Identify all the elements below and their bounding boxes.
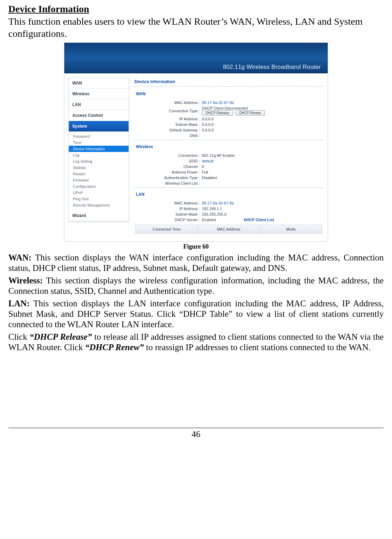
nav-system-sub: Password Time Device Information Log Log… (69, 132, 129, 210)
wl-ant-value: Full (202, 170, 208, 174)
sidebar: WAN Wireless LAN Access Control System P… (68, 78, 129, 222)
dhcp-renew-button[interactable]: DHCP Renew (236, 110, 265, 115)
wl-chan-label: Channel : (134, 164, 202, 169)
wan-gw-label: Default Gateway : (134, 128, 202, 132)
section-wireless: Wireless Connection :802.11g AP Enable S… (134, 143, 324, 188)
sub-time[interactable]: Time (69, 139, 129, 146)
wan-gw-value: 0.0.0.0 (202, 128, 214, 132)
sub-ping-test[interactable]: Ping Test (69, 196, 129, 202)
wan-dns-label: DNS : (134, 134, 202, 138)
wl-conn-label: Connection : (134, 153, 202, 158)
wan-conn-label: Connection Type : (134, 109, 202, 113)
section-wan-title: WAN (135, 90, 324, 98)
wan-mac-label: MAC Address : (134, 100, 202, 105)
wl-chan-value: 6 (202, 164, 204, 169)
lan-paragraph: LAN: This section displays the LAN inter… (8, 298, 384, 330)
nav-wireless[interactable]: Wireless (69, 89, 129, 99)
wan-mask-value: 0.0.0.0 (202, 122, 214, 127)
content-panel: Device Information WAN MAC Address :00-1… (134, 78, 324, 236)
nav-wan[interactable]: WAN (69, 78, 129, 89)
divider (134, 187, 324, 188)
sub-log-setting[interactable]: Log Setting (69, 158, 129, 164)
figure-wrapper: 802.11g Wireless Broadband Router WAN Wi… (8, 42, 384, 250)
wan-ip-label: IP Address : (134, 117, 202, 121)
wan-mask-label: Subnet Mask : (134, 122, 202, 127)
sub-restart[interactable]: Restart (69, 171, 129, 177)
lan-mac-value: 00-17-9a-32-87-9a (202, 201, 234, 205)
sub-device-information[interactable]: Device Information (69, 146, 129, 152)
sub-password[interactable]: Password (69, 133, 129, 139)
sub-log[interactable]: Log (69, 152, 129, 158)
lan-mask-label: Subnet Mask : (134, 212, 202, 216)
wireless-paragraph: Wireless: This section displays the wire… (8, 275, 384, 296)
sub-upnp[interactable]: UPnP (69, 190, 129, 196)
banner: 802.11g Wireless Broadband Router (64, 43, 328, 73)
sub-configuration[interactable]: Configuration (69, 183, 129, 190)
divider (134, 140, 324, 140)
banner-title: 802.11g Wireless Broadband Router (223, 64, 321, 71)
wan-mac-value: 00-17-9a-32-87-9b (202, 100, 234, 105)
wl-auth-value: Disabled (202, 176, 217, 180)
wl-ssid-value: default (202, 159, 213, 163)
lan-mac-label: MAC Address : (134, 201, 202, 205)
router-ui-screenshot: 802.11g Wireless Broadband Router WAN Wi… (64, 42, 328, 242)
col-connected-time: Connected Time (136, 225, 198, 233)
page-number: 46 (0, 429, 392, 439)
dhcp-release-button[interactable]: DHCP Release (202, 110, 233, 115)
lan-ip-value: 192.168.1.1 (202, 207, 222, 211)
content-title: Device Information (134, 78, 324, 87)
section-heading: Device Information (8, 3, 384, 15)
wl-ant-label: Antenna Power : (134, 170, 202, 174)
release-renew-paragraph: Click “DHCP Release” to release all IP a… (8, 332, 384, 353)
footer-rule (8, 428, 384, 428)
wl-auth-label: Authentication Type : (134, 176, 202, 180)
section-wireless-title: Wireless (135, 143, 324, 151)
nav-wizard[interactable]: Wizard (69, 210, 129, 221)
intro-text: This function enables users to view the … (8, 15, 384, 40)
sub-firmware[interactable]: Firmware (69, 177, 129, 183)
section-wan: WAN MAC Address :00-17-9a-32-87-9b Conne… (134, 90, 324, 140)
figure-caption: Figure 60 (8, 243, 384, 250)
dhcp-client-list-link[interactable]: DHCP Client List (244, 218, 274, 222)
nav-access-control[interactable]: Access Control (69, 110, 129, 121)
client-table-head: Connected Time MAC Address Mode (135, 225, 322, 234)
nav-lan[interactable]: LAN (69, 99, 129, 110)
lan-dhcp-label: DHCP Server : (134, 218, 202, 222)
section-lan: LAN MAC Address :00-17-9a-32-87-9a IP Ad… (134, 191, 324, 234)
lan-dhcp-value: Enabled (202, 218, 216, 222)
wl-clients-label: Wireless Client List : (134, 181, 202, 185)
col-mac-address: MAC Address (198, 225, 260, 233)
wl-conn-value: 802.11g AP Enable (202, 153, 235, 158)
wan-ip-value: 0.0.0.0 (202, 117, 214, 121)
sub-statistic[interactable]: Statistic (69, 164, 129, 171)
sub-remote-management[interactable]: Remote Management (69, 202, 129, 208)
nav-system[interactable]: System (69, 121, 129, 132)
col-mode: Mode (260, 225, 322, 233)
lan-ip-label: IP Address : (134, 207, 202, 211)
wan-paragraph: WAN: This section displays the WAN inter… (8, 252, 384, 273)
section-lan-title: LAN (135, 191, 324, 199)
lan-mask-value: 255.255.255.0 (202, 212, 226, 216)
wan-conn-block: DHCP Client Disconnected DHCP Release DH… (202, 106, 266, 115)
wl-ssid-label: SSID : (134, 159, 202, 163)
